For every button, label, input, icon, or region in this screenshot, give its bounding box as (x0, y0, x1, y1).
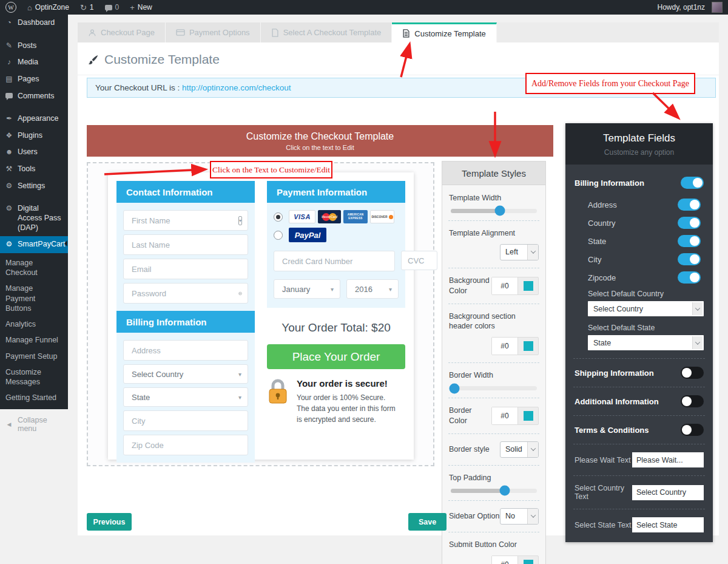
submenu-analytics[interactable]: Analytics (0, 316, 68, 332)
state-toggle[interactable] (678, 235, 701, 247)
city-field[interactable] (123, 410, 248, 431)
new-content-button[interactable]: +New (124, 0, 158, 15)
email-field[interactable] (123, 259, 248, 279)
sidebar-item-plugins[interactable]: ❖Plugins (0, 127, 68, 144)
month-value: January (282, 285, 310, 294)
first-name-field[interactable]: ▾ (123, 210, 248, 231)
submenu-customize-messages[interactable]: Customize Messages (0, 364, 68, 390)
shipping-information-toggle[interactable] (681, 367, 704, 379)
sidebar-option-select[interactable]: No (500, 508, 539, 525)
select-country-text-input[interactable] (632, 485, 704, 500)
sidebar-item-pages[interactable]: ▤Pages (0, 71, 68, 88)
zip-input[interactable] (124, 435, 242, 455)
last-name-field[interactable] (123, 234, 248, 255)
contact-info-section: ▾ (116, 203, 255, 311)
card-number-field[interactable] (274, 251, 395, 271)
border-color-picker[interactable]: #0 (491, 407, 539, 425)
place-order-button[interactable]: Place Your Order (267, 344, 405, 369)
template-width-slider[interactable] (451, 209, 537, 213)
country-toggle[interactable] (678, 217, 701, 229)
password-field[interactable] (123, 283, 248, 304)
sidebar-item-users[interactable]: ☻Users (0, 144, 68, 161)
credit-card-radio[interactable] (274, 212, 283, 222)
checkout-url-link[interactable]: http://optinzone.com/checkout (182, 83, 291, 92)
hex-value[interactable]: #0 (492, 556, 518, 564)
border-style-select[interactable]: Solid (500, 441, 539, 458)
paypal-radio[interactable] (274, 231, 283, 240)
sidebar-item-media[interactable]: ♪Media (0, 54, 68, 71)
site-link[interactable]: ⌂OptinZone (22, 0, 75, 15)
save-button[interactable]: Save (408, 513, 447, 531)
submenu-payment-setup[interactable]: Payment Setup (0, 348, 68, 364)
color-swatch-button[interactable] (518, 407, 538, 424)
default-country-select[interactable]: Select Country (588, 301, 704, 316)
contact-info-header[interactable]: Contact Information (116, 181, 255, 203)
terms-conditions-toggle[interactable] (681, 424, 704, 436)
slider-thumb[interactable] (494, 206, 505, 216)
previous-button[interactable]: Previous (87, 513, 132, 531)
sidebar-item-dap[interactable]: ⚙Digital Access Pass (DAP) (0, 200, 68, 236)
country-select[interactable]: Select Country▾ (123, 364, 248, 384)
hex-value[interactable]: #0 (492, 277, 518, 294)
sidebar-item-appearance[interactable]: ✒Appearance (0, 110, 68, 127)
sidebar-item-settings[interactable]: ⚙Settings (0, 178, 68, 195)
expiry-month-select[interactable]: January▾ (274, 279, 340, 299)
hex-value[interactable]: #0 (492, 407, 518, 424)
account-menu[interactable]: Howdy, opt1nz (652, 0, 728, 15)
zip-field[interactable] (123, 435, 248, 455)
password-input[interactable] (124, 284, 238, 303)
autofill-icon: ▾ (238, 216, 242, 225)
cvc-field[interactable] (401, 251, 437, 270)
first-name-input[interactable] (124, 211, 238, 230)
payment-info-header[interactable]: Payment Information (267, 181, 405, 203)
top-padding-slider[interactable] (451, 489, 537, 493)
tab-payment-options[interactable]: Payment Options (166, 22, 261, 42)
sidebar-item-comments[interactable]: Comments (0, 88, 68, 105)
billing-info-header[interactable]: Billing Information (116, 311, 255, 333)
email-input[interactable] (124, 259, 242, 279)
default-state-select[interactable]: State (588, 335, 704, 350)
submit-button-color-picker[interactable]: #0 (491, 556, 539, 564)
submenu-manage-checkout[interactable]: Manage Checkout (0, 255, 68, 281)
tab-checkout-page[interactable]: Checkout Page (78, 22, 166, 42)
city-input[interactable] (124, 411, 242, 430)
zipcode-toggle[interactable] (678, 271, 701, 284)
last-name-input[interactable] (124, 235, 242, 254)
cvc-input[interactable] (402, 251, 432, 270)
tab-customize-template[interactable]: Customize Template (392, 22, 497, 42)
hex-value[interactable]: #0 (492, 338, 518, 355)
submenu-manage-funnel[interactable]: Manage Funnel (0, 332, 68, 348)
tab-select-checkout-template[interactable]: Select A Checkout Template (261, 22, 393, 42)
color-swatch-button[interactable] (518, 277, 538, 294)
city-toggle[interactable] (678, 253, 701, 265)
comments-button[interactable]: 0 (99, 0, 125, 15)
color-swatch-button[interactable] (518, 556, 538, 564)
secure-notice: Your order is secure! Your order is 100%… (267, 377, 405, 425)
card-number-input[interactable] (274, 251, 389, 271)
please-wait-text-input[interactable] (632, 452, 704, 467)
sidebar-item-posts[interactable]: ✎Posts (0, 38, 68, 55)
sidebar-item-smartpaycart[interactable]: ⚙SmartPayCart (0, 236, 68, 253)
sidebar-item-dashboard[interactable]: ◔Dashboard (0, 15, 68, 32)
submenu-getting-started[interactable]: Getting Started (0, 390, 68, 406)
additional-information-toggle[interactable] (681, 395, 704, 407)
template-alignment-select[interactable]: Left (500, 244, 539, 260)
slider-thumb[interactable] (449, 383, 459, 393)
submenu-manage-payment-buttons[interactable]: Manage Payment Buttons (0, 280, 68, 316)
header-colors-picker[interactable]: #0 (491, 337, 539, 355)
slider-thumb[interactable] (500, 486, 510, 496)
sidebar-item-tools[interactable]: ⚒Tools (0, 161, 68, 178)
address-input[interactable] (124, 341, 242, 360)
address-field[interactable] (123, 340, 248, 361)
state-select[interactable]: State▾ (123, 387, 248, 407)
background-color-picker[interactable]: #0 (491, 277, 539, 295)
address-toggle[interactable] (678, 199, 701, 211)
updates-button[interactable]: ↻1 (75, 0, 99, 15)
billing-information-toggle[interactable] (681, 177, 704, 189)
border-width-slider[interactable] (451, 386, 537, 390)
color-swatch-button[interactable] (518, 338, 538, 355)
wp-menu-button[interactable]: W (0, 0, 22, 15)
select-state-text-input[interactable] (632, 517, 704, 532)
collapse-menu-button[interactable]: ◀Collapse menu (0, 410, 68, 439)
expiry-year-select[interactable]: 2016▾ (346, 279, 399, 299)
